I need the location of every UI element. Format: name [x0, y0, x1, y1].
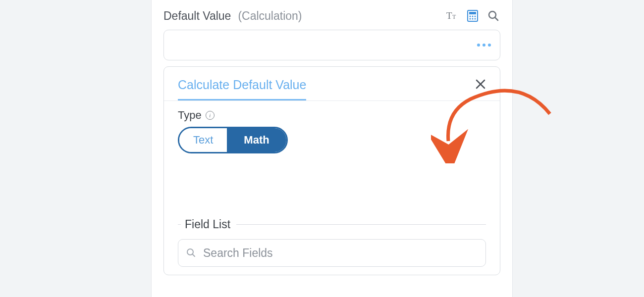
svg-point-5 [472, 16, 474, 17]
fieldset-label: Field List [185, 218, 236, 231]
header-label: Default Value [163, 9, 231, 23]
search-icon[interactable] [486, 9, 500, 23]
default-value-input[interactable] [163, 30, 500, 60]
fieldset-header: Field List [164, 218, 500, 231]
more-dots-icon[interactable] [477, 44, 491, 47]
divider [178, 224, 181, 225]
text-mode-icon[interactable]: T T [445, 9, 459, 23]
svg-point-7 [470, 18, 471, 20]
type-row: Type i [164, 101, 500, 122]
svg-text:T: T [452, 13, 456, 20]
toggle-text-button[interactable]: Text [179, 128, 227, 152]
calculator-icon[interactable] [466, 9, 480, 23]
svg-point-6 [475, 16, 476, 17]
search-icon [186, 248, 196, 258]
close-button[interactable] [475, 78, 486, 92]
calc-header: Calculate Default Value [164, 67, 500, 101]
svg-point-9 [475, 18, 476, 20]
header-sublabel: (Calculation) [238, 9, 302, 23]
header-row: Default Value (Calculation) T T [163, 0, 500, 30]
search-fields-input[interactable]: Search Fields [178, 239, 486, 267]
info-icon[interactable]: i [206, 111, 215, 120]
calculate-panel: Calculate Default Value Type i Text Math… [163, 66, 500, 275]
search-placeholder: Search Fields [203, 247, 273, 260]
svg-line-11 [495, 17, 498, 20]
header-icons: T T [445, 9, 500, 23]
divider [236, 224, 486, 225]
svg-rect-3 [469, 12, 476, 14]
svg-line-15 [193, 254, 195, 257]
type-toggle-group: Text Math [178, 127, 288, 153]
calc-title-tab: Calculate Default Value [178, 78, 306, 100]
toggle-math-button[interactable]: Math [227, 128, 286, 152]
default-value-panel: Default Value (Calculation) T T [151, 0, 513, 297]
svg-text:T: T [446, 10, 452, 21]
svg-point-8 [472, 18, 474, 20]
svg-point-4 [470, 16, 471, 17]
type-label: Type [178, 109, 202, 122]
calc-title: Calculate Default Value [178, 78, 306, 92]
